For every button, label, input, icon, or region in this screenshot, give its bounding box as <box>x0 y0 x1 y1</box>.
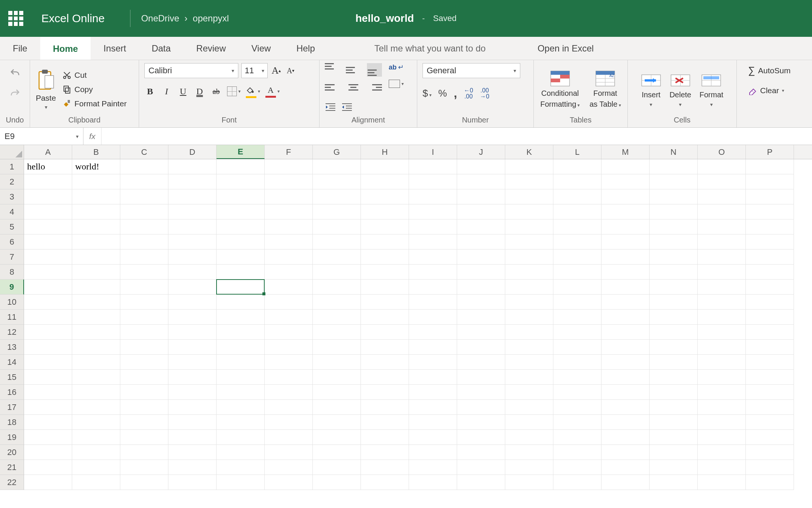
cell-N5[interactable] <box>650 219 698 234</box>
cell-O4[interactable] <box>698 204 746 219</box>
cell-L1[interactable] <box>553 159 601 174</box>
cell-P13[interactable] <box>746 340 794 355</box>
cell-G7[interactable] <box>313 249 361 265</box>
cell-P7[interactable] <box>746 249 794 265</box>
cell-L6[interactable] <box>553 234 601 249</box>
column-header-J[interactable]: J <box>457 145 505 159</box>
cell-G6[interactable] <box>313 234 361 249</box>
cell-D16[interactable] <box>168 385 217 400</box>
cell-L21[interactable] <box>553 460 601 475</box>
cell-H4[interactable] <box>361 204 409 219</box>
cell-F5[interactable] <box>265 219 313 234</box>
cell-I5[interactable] <box>409 219 457 234</box>
cell-C2[interactable] <box>120 174 168 189</box>
cell-P18[interactable] <box>746 415 794 430</box>
cell-B7[interactable] <box>72 249 120 265</box>
cell-O14[interactable] <box>698 355 746 370</box>
cell-E9[interactable] <box>217 280 265 295</box>
cell-N20[interactable] <box>650 445 698 460</box>
double-underline-button[interactable]: D <box>194 86 205 97</box>
strikethrough-button[interactable]: ab <box>211 86 222 97</box>
italic-button[interactable]: I <box>161 86 172 97</box>
align-bottom-button[interactable] <box>367 63 382 77</box>
cell-I18[interactable] <box>409 415 457 430</box>
cell-N8[interactable] <box>650 265 698 280</box>
cell-H20[interactable] <box>361 445 409 460</box>
cell-K19[interactable] <box>505 430 553 445</box>
cell-I19[interactable] <box>409 430 457 445</box>
cell-B9[interactable] <box>72 280 120 295</box>
cell-J4[interactable] <box>457 204 505 219</box>
cell-N6[interactable] <box>650 234 698 249</box>
cell-B22[interactable] <box>72 475 120 490</box>
cell-O16[interactable] <box>698 385 746 400</box>
cell-K12[interactable] <box>505 325 553 340</box>
grow-font-button[interactable]: A▴ <box>271 65 282 76</box>
cell-F15[interactable] <box>265 370 313 385</box>
cell-A14[interactable] <box>24 355 72 370</box>
cell-L14[interactable] <box>553 355 601 370</box>
cell-K15[interactable] <box>505 370 553 385</box>
cell-H13[interactable] <box>361 340 409 355</box>
tab-review[interactable]: Review <box>183 37 239 60</box>
cell-M15[interactable] <box>601 370 650 385</box>
row-header-3[interactable]: 3 <box>0 189 24 204</box>
cell-H3[interactable] <box>361 189 409 204</box>
column-header-F[interactable]: F <box>265 145 313 159</box>
cell-H10[interactable] <box>361 295 409 310</box>
cell-D19[interactable] <box>168 430 217 445</box>
cell-C12[interactable] <box>120 325 168 340</box>
cell-J9[interactable] <box>457 280 505 295</box>
cell-A15[interactable] <box>24 370 72 385</box>
cell-F22[interactable] <box>265 475 313 490</box>
row-header-11[interactable]: 11 <box>0 310 24 325</box>
cell-E14[interactable] <box>217 355 265 370</box>
shrink-font-button[interactable]: A▾ <box>285 65 296 76</box>
cell-K10[interactable] <box>505 295 553 310</box>
tab-help[interactable]: Help <box>283 37 327 60</box>
cell-L11[interactable] <box>553 310 601 325</box>
cell-D9[interactable] <box>168 280 217 295</box>
cell-K16[interactable] <box>505 385 553 400</box>
cell-P20[interactable] <box>746 445 794 460</box>
underline-button[interactable]: U <box>177 86 189 97</box>
cell-K13[interactable] <box>505 340 553 355</box>
cell-L10[interactable] <box>553 295 601 310</box>
cell-B6[interactable] <box>72 234 120 249</box>
cell-F11[interactable] <box>265 310 313 325</box>
cell-I14[interactable] <box>409 355 457 370</box>
tab-view[interactable]: View <box>239 37 284 60</box>
cell-D5[interactable] <box>168 219 217 234</box>
cell-F16[interactable] <box>265 385 313 400</box>
cell-E1[interactable] <box>217 159 265 174</box>
cell-G22[interactable] <box>313 475 361 490</box>
cell-B21[interactable] <box>72 460 120 475</box>
cell-M12[interactable] <box>601 325 650 340</box>
cell-G10[interactable] <box>313 295 361 310</box>
cell-O13[interactable] <box>698 340 746 355</box>
cell-N13[interactable] <box>650 340 698 355</box>
cell-F21[interactable] <box>265 460 313 475</box>
cell-D4[interactable] <box>168 204 217 219</box>
cell-L5[interactable] <box>553 219 601 234</box>
cell-E20[interactable] <box>217 445 265 460</box>
cell-L16[interactable] <box>553 385 601 400</box>
cell-F4[interactable] <box>265 204 313 219</box>
align-left-button[interactable] <box>325 80 340 94</box>
cell-E12[interactable] <box>217 325 265 340</box>
cell-F20[interactable] <box>265 445 313 460</box>
tab-home[interactable]: Home <box>40 37 91 60</box>
cell-J2[interactable] <box>457 174 505 189</box>
borders-button[interactable] <box>227 86 241 97</box>
cell-I6[interactable] <box>409 234 457 249</box>
row-header-20[interactable]: 20 <box>0 445 24 460</box>
row-header-14[interactable]: 14 <box>0 355 24 370</box>
column-header-B[interactable]: B <box>72 145 120 159</box>
cell-J14[interactable] <box>457 355 505 370</box>
cell-E8[interactable] <box>217 265 265 280</box>
cell-I10[interactable] <box>409 295 457 310</box>
cell-H7[interactable] <box>361 249 409 265</box>
cell-F2[interactable] <box>265 174 313 189</box>
row-header-12[interactable]: 12 <box>0 325 24 340</box>
cell-C13[interactable] <box>120 340 168 355</box>
